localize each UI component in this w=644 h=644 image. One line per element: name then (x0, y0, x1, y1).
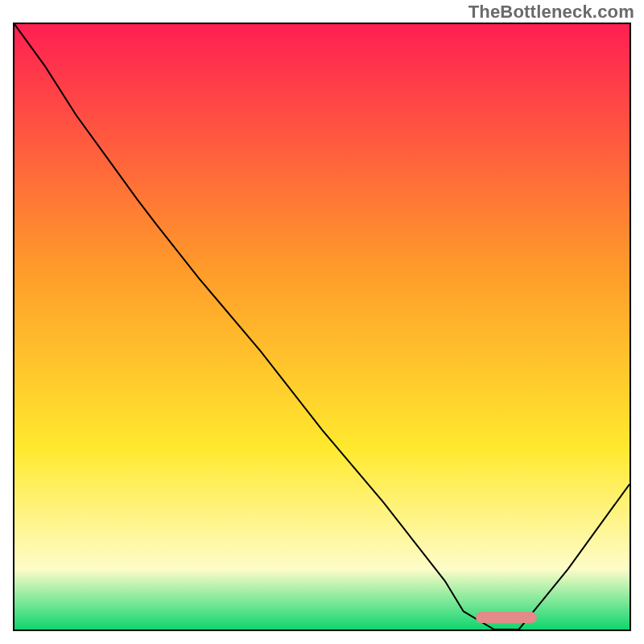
bottleneck-curve (14, 24, 630, 630)
optimal-range-marker (476, 612, 537, 623)
watermark-text: TheBottleneck.com (469, 2, 634, 23)
chart-area (13, 23, 631, 631)
